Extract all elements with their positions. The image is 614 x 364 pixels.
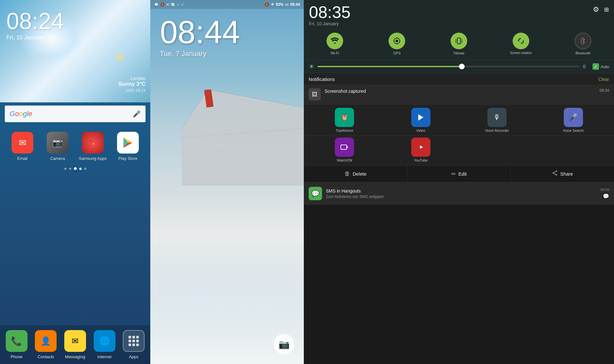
dock-internet[interactable]: 🌐 Internet	[91, 330, 118, 359]
apps-icon	[123, 330, 145, 352]
status-bar-2: 💬 🔕 ✉ 🔄 ✓ ✓ 🔕 ✈ 92% ▭ 08:44	[150, 0, 304, 9]
edit-label: Edit	[459, 171, 467, 177]
notifications-title: Notifications	[309, 76, 335, 82]
app-samsung-apps[interactable]: 🔖 Samsung Apps	[77, 132, 109, 161]
grid-icon[interactable]: ⊞	[604, 6, 609, 13]
toggle-wifi[interactable]: Wi-Fi	[304, 29, 366, 57]
check2-icon: ✓	[177, 3, 180, 7]
screenshot-notification[interactable]: 🖼 Screenshot captured 08:34	[304, 84, 614, 105]
page-dot-4	[79, 168, 82, 170]
airplane-icon: ✈	[271, 2, 274, 7]
auto-brightness-toggle[interactable]: ✓ Auto	[593, 63, 609, 70]
clear-notifications-button[interactable]: Clear	[599, 77, 609, 82]
svg-line-32	[553, 171, 556, 173]
page-indicators: ⌂	[0, 167, 150, 170]
google-search-bar[interactable]: Google 🎤	[5, 106, 146, 122]
notification-header: 08:35 Fri, 10 January ⚙ ⊞	[304, 0, 614, 29]
svg-point-9	[396, 40, 398, 42]
screenshot-notif-icon: 🖼	[309, 88, 321, 100]
app-camera[interactable]: 📷 Camera	[42, 132, 74, 161]
internet-label: Internet	[98, 354, 112, 359]
video-label: Video	[416, 129, 425, 132]
svg-line-33	[553, 173, 556, 175]
dock-apps[interactable]: Apps	[120, 330, 147, 359]
contacts-icon: 👤	[35, 330, 57, 352]
shortcut-tripadvisor[interactable]: 🦉 TripAdvisor	[308, 108, 382, 132]
lockscreen-date: Tue, 7 January	[160, 50, 240, 58]
time-display-2: 08:44	[290, 2, 300, 7]
header-action-icons: ⚙ ⊞	[593, 5, 609, 14]
sun-icon: ☀	[112, 50, 128, 66]
edit-button[interactable]: ✏ Edit	[407, 166, 511, 182]
brightness-adjust-icon: ☀	[309, 63, 314, 70]
share-icon	[552, 170, 558, 178]
trash-icon: 🗑	[344, 170, 350, 177]
vibrate-toggle-label: Vibrate	[453, 51, 465, 55]
voice-recorder-label: Voice Recorder	[485, 129, 509, 132]
brightness-fill	[318, 66, 462, 67]
brightness-slider[interactable]	[318, 66, 580, 67]
sms-hangouts-notification[interactable]: 💬 SMS in Hangouts Zum Aktivieren von SMS…	[304, 182, 614, 205]
shortcut-voice-recorder[interactable]: 🎙 Voice Recorder	[460, 108, 534, 132]
dock-phone[interactable]: 📞 Phone	[3, 330, 30, 359]
settings-icon[interactable]: ⚙	[593, 5, 599, 14]
header-time-area: 08:35 Fri, 10 January	[309, 4, 350, 26]
weather-city: London	[118, 76, 146, 81]
play-store-label: Play Store	[118, 156, 138, 161]
shortcut-youtube[interactable]: YouTube	[384, 138, 458, 162]
delete-label: Delete	[353, 171, 366, 177]
date-line-1: Fri, 10 January	[6, 34, 64, 41]
sms-notif-body: Zum Aktivieren von SMS antippen	[326, 194, 596, 199]
app-play-store[interactable]: Play Store	[112, 132, 144, 161]
watchon-label: WatchON	[337, 158, 352, 162]
samsung-apps-label: Samsung Apps	[79, 156, 106, 161]
lockscreen-time-large: 08:44	[160, 16, 240, 48]
screenshot-notif-time: 08:34	[600, 88, 609, 93]
shortcut-voice-search[interactable]: 🎤 Voice Search	[537, 108, 610, 132]
time-display-1: 08:24 Fri, 10 January	[6, 10, 64, 41]
svg-rect-25	[341, 145, 347, 149]
video-icon	[411, 108, 430, 127]
delete-button[interactable]: 🗑 Delete	[304, 166, 407, 182]
screenshot-notif-content: Screenshot captured	[325, 88, 596, 94]
app-email[interactable]: ✉ Email	[6, 132, 38, 161]
toggle-rotation[interactable]: Screen rotation	[490, 29, 552, 57]
hangouts-badge-icon: 💬	[603, 193, 609, 199]
dock-messaging[interactable]: ✉ Messaging	[62, 330, 89, 359]
camera-label: Camera	[50, 156, 65, 161]
rotation-toggle-label: Screen rotation	[510, 51, 532, 55]
toggle-bluetooth[interactable]: Bluetooth	[552, 29, 614, 57]
app-shortcuts-grid-2: WatchON YouTube	[304, 136, 614, 166]
rotation-toggle-icon	[513, 33, 529, 49]
home-screen-panel: 🖼 💬 ☀ ▲ ▌▌▌ ▭ 08:24 08:24 Fri, 10 Januar…	[0, 0, 150, 364]
watchon-icon	[335, 138, 354, 157]
samsung-apps-icon: 🔖	[82, 132, 104, 154]
share-button[interactable]: Share	[511, 166, 614, 182]
weather-time: 10/01 08:24	[118, 88, 146, 93]
app-shortcuts-grid: 🦉 TripAdvisor Video 🎙 Voice Recorder 🎤 V…	[304, 105, 614, 136]
svg-marker-4	[182, 90, 304, 186]
auto-label: Auto	[601, 64, 609, 69]
lockscreen-camera-button[interactable]: 📷	[274, 334, 294, 354]
sync2-icon: 🔄	[171, 3, 175, 7]
voice-search-mic-icon[interactable]: 🎤	[133, 110, 141, 118]
bluetooth-toggle-icon	[575, 33, 591, 49]
auto-checkbox-icon: ✓	[593, 63, 599, 70]
toggle-vibrate[interactable]: Vibrate	[428, 29, 490, 57]
email-icon: ✉	[12, 132, 33, 154]
weather-info: London Sunny 3°C 10/01 08:24	[118, 76, 146, 93]
shortcut-video[interactable]: Video	[384, 108, 458, 132]
youtube-icon	[411, 138, 430, 157]
status2-right: 🔕 ✈ 92% ▭ 08:44	[264, 2, 300, 7]
brightness-row: ☀ 0 ✓ Auto	[304, 60, 614, 73]
toggle-gps[interactable]: GPS	[366, 29, 428, 57]
tripadvisor-icon: 🦉	[335, 108, 354, 127]
shortcut-watchon[interactable]: WatchON	[308, 138, 382, 162]
camera-btn-icon: 📷	[279, 339, 290, 350]
screenshot-notif-title: Screenshot captured	[325, 89, 366, 94]
sms-notif-content: SMS in Hangouts Zum Aktivieren von SMS a…	[326, 188, 596, 199]
dock-contacts[interactable]: 👤 Contacts	[33, 330, 59, 359]
notif-time: 08:35	[309, 4, 350, 20]
svg-marker-24	[418, 114, 423, 121]
sms-notif-right: 08:09 💬	[600, 188, 609, 199]
